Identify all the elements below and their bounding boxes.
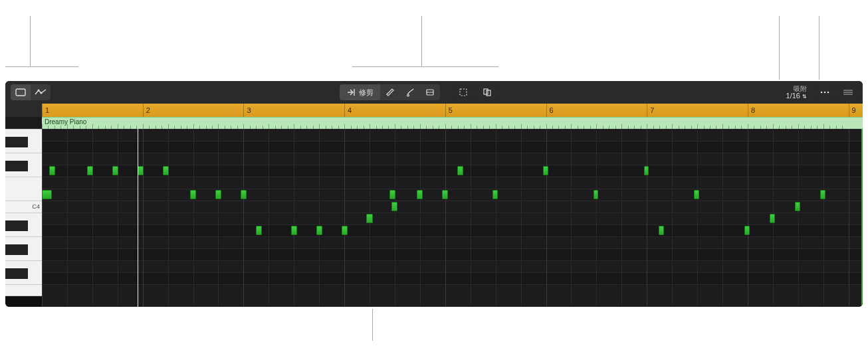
grid-beatline bbox=[471, 129, 471, 307]
midi-note[interactable] bbox=[492, 190, 498, 199]
grid-row bbox=[42, 177, 863, 189]
midi-note[interactable] bbox=[138, 166, 144, 175]
callout-line bbox=[30, 16, 31, 66]
grid-row bbox=[42, 129, 863, 141]
ruler-bar-marker: 3 bbox=[243, 104, 251, 117]
note-grid[interactable] bbox=[42, 129, 863, 307]
callout-line bbox=[352, 66, 498, 67]
grid-beatline bbox=[621, 129, 622, 307]
grid-beatline bbox=[67, 129, 68, 307]
grid-row bbox=[42, 224, 863, 236]
grid-beatline bbox=[420, 129, 421, 307]
piano-black-key[interactable] bbox=[5, 220, 28, 231]
grid-barline bbox=[647, 129, 647, 307]
grid-barline bbox=[42, 129, 43, 307]
ruler-gutter bbox=[5, 104, 42, 117]
piano-black-key[interactable] bbox=[5, 161, 28, 171]
grid-beatline bbox=[218, 129, 219, 307]
automation-view-button[interactable] bbox=[31, 84, 51, 100]
list-menu-button[interactable] bbox=[839, 84, 857, 100]
midi-note[interactable] bbox=[442, 190, 448, 199]
midi-note[interactable] bbox=[291, 226, 297, 235]
grid-beatline bbox=[319, 129, 320, 307]
midi-note[interactable] bbox=[795, 202, 800, 211]
midi-note[interactable] bbox=[215, 190, 221, 199]
grid-beatline bbox=[168, 129, 169, 307]
grid-row bbox=[42, 213, 863, 224]
midi-note[interactable] bbox=[389, 190, 395, 199]
grid-barline bbox=[546, 129, 547, 307]
region-header[interactable]: Dreamy Piano bbox=[42, 117, 863, 129]
piano-roll-main: C4 bbox=[5, 129, 863, 307]
ruler-bar-marker: 9 bbox=[849, 104, 856, 117]
grid-beatline bbox=[92, 129, 93, 307]
velocity-tool-button[interactable] bbox=[420, 84, 440, 100]
midi-note[interactable] bbox=[417, 190, 423, 199]
grid-barline bbox=[748, 129, 748, 307]
svg-rect-8 bbox=[487, 90, 490, 96]
midi-note[interactable] bbox=[659, 226, 664, 235]
midi-note[interactable] bbox=[241, 190, 247, 199]
midi-note[interactable] bbox=[256, 226, 262, 235]
midi-note[interactable] bbox=[49, 166, 55, 175]
midi-note[interactable] bbox=[316, 226, 322, 235]
grid-beatline bbox=[798, 129, 799, 307]
midi-note[interactable] bbox=[42, 190, 52, 199]
midi-note[interactable] bbox=[190, 190, 196, 199]
piano-black-key[interactable] bbox=[5, 268, 28, 279]
grid-barline bbox=[849, 129, 849, 307]
midi-note[interactable] bbox=[342, 226, 348, 235]
piano-keyboard[interactable]: C4 bbox=[5, 129, 42, 307]
snap-value: 1/16 bbox=[786, 92, 800, 100]
midi-note[interactable] bbox=[87, 166, 93, 175]
brush-tool-button[interactable] bbox=[400, 84, 420, 100]
midi-note[interactable] bbox=[543, 166, 548, 175]
catch-playhead-button[interactable] bbox=[477, 84, 497, 100]
bar-ruler[interactable]: 123456789 bbox=[42, 104, 863, 117]
grid-row bbox=[42, 260, 863, 272]
pencil-tool-button[interactable] bbox=[380, 84, 400, 100]
midi-note[interactable] bbox=[366, 214, 372, 223]
notes-view-button[interactable] bbox=[11, 84, 31, 100]
grid-beatline bbox=[823, 129, 824, 307]
midi-note[interactable] bbox=[820, 190, 825, 199]
playhead[interactable] bbox=[138, 129, 138, 307]
svg-rect-7 bbox=[484, 89, 488, 94]
region-gutter bbox=[5, 117, 42, 129]
snap-setting[interactable]: 吸附 1/16 ⇅ bbox=[786, 85, 807, 100]
svg-point-11 bbox=[827, 92, 829, 94]
callout-line bbox=[372, 309, 373, 341]
trim-tool-button[interactable]: 修剪 bbox=[340, 84, 380, 100]
svg-point-1 bbox=[38, 90, 40, 92]
grid-beatline bbox=[596, 129, 597, 307]
midi-note[interactable] bbox=[457, 166, 463, 175]
svg-point-2 bbox=[41, 92, 43, 94]
midi-note[interactable] bbox=[770, 214, 775, 223]
midi-note[interactable] bbox=[163, 166, 169, 175]
piano-key-c4[interactable]: C4 bbox=[5, 201, 42, 213]
grid-barline bbox=[445, 129, 446, 307]
ruler-bar-marker: 4 bbox=[344, 104, 352, 117]
region-end-marker[interactable] bbox=[861, 129, 863, 307]
grid-beatline bbox=[269, 129, 269, 307]
midi-note[interactable] bbox=[594, 190, 599, 199]
svg-point-10 bbox=[824, 92, 826, 94]
ruler-bar-marker: 2 bbox=[143, 104, 150, 117]
midi-note[interactable] bbox=[694, 190, 699, 199]
midi-note[interactable] bbox=[644, 166, 649, 175]
piano-black-key[interactable] bbox=[5, 137, 28, 147]
grid-row bbox=[42, 248, 863, 260]
marquee-tool-button[interactable] bbox=[453, 84, 473, 100]
svg-rect-6 bbox=[460, 89, 467, 96]
grid-row bbox=[42, 236, 863, 248]
more-menu-button[interactable] bbox=[815, 84, 835, 100]
piano-black-key[interactable] bbox=[5, 244, 28, 255]
callout-line bbox=[779, 16, 780, 80]
midi-note[interactable] bbox=[744, 226, 750, 235]
chevron-updown-icon: ⇅ bbox=[802, 94, 807, 100]
midi-note[interactable] bbox=[391, 202, 397, 211]
grid-beatline bbox=[672, 129, 673, 307]
midi-note[interactable] bbox=[112, 166, 118, 175]
svg-point-9 bbox=[821, 92, 823, 94]
grid-beatline bbox=[193, 129, 194, 307]
